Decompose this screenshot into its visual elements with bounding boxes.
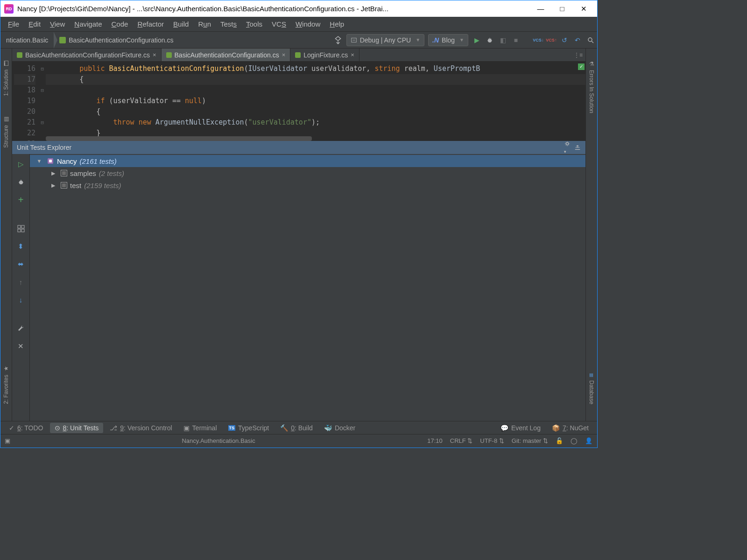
status-line-col[interactable]: 17:10 [427,437,443,444]
lock-icon[interactable]: 🔓 [556,437,563,444]
tab-errors[interactable]: ⚗Errors In Solution [587,58,596,116]
debug-button[interactable] [483,34,496,47]
close-panel-button[interactable]: ✕ [15,341,27,352]
layout-button[interactable] [15,223,27,234]
dock-icon[interactable] [574,144,581,151]
menu-file[interactable]: File [3,18,24,30]
fold-icon[interactable]: ⊟ [41,117,44,128]
run-tests-button[interactable]: ▷ [15,159,27,170]
menu-vcs[interactable]: VCS [267,18,291,30]
stop-button[interactable]: ■ [509,34,522,47]
fold-icon[interactable]: ⊟ [41,63,44,74]
csharp-file-icon [295,52,301,58]
tab-login[interactable]: LoginFixture.cs × [290,49,359,61]
tab-fixture[interactable]: BasicAuthenticationConfigurationFixture.… [12,49,162,61]
menu-tools[interactable]: Tools [241,18,267,30]
menu-refactor[interactable]: Refactor [133,18,169,30]
inspection-ok-icon[interactable]: ✓ [578,63,585,70]
config-icon [351,37,357,43]
expand-icon[interactable]: ▶ [49,182,58,189]
tool-docker[interactable]: 🐳Docker [319,423,360,433]
status-bar: ▣ Nancy.Authentication.Basic 17:10 CRLF … [0,434,597,447]
code-editor[interactable]: 16⊟ 17 18⊟ 19 20 21⊟ 22 23 public BasicA… [12,62,585,141]
expand-all-button[interactable]: ⬍ [15,241,27,252]
test-tree[interactable]: ▼ Nancy (2161 tests) ▶ samples (2 tests)… [30,154,585,421]
menu-help[interactable]: Help [325,18,349,30]
vcs-commit-button[interactable]: VCS↑ [545,34,558,47]
config-selector[interactable]: Debug | Any CPU ▼ [346,34,424,46]
search-everywhere-button[interactable] [584,34,597,47]
coverage-button[interactable]: ◧ [496,34,509,47]
tab-overflow[interactable]: ⋮≡ [571,49,585,61]
menubar: File Edit View Navigate Code Refactor Bu… [0,17,597,32]
csharp-file-icon [17,52,22,58]
database-icon: ≣ [588,373,595,378]
tree-item-test[interactable]: ▶ test (2159 tests) [30,179,585,191]
build-icon: 🔨 [280,424,288,432]
wrench-icon[interactable] [15,323,27,334]
build-solution-button[interactable] [331,34,345,47]
flask-icon: ⚗ [588,61,595,67]
menu-build[interactable]: Build [169,18,193,30]
vcs-update-button[interactable]: VCS↓ [532,34,545,47]
tab-solution[interactable]: 1: Solution🗔 [2,58,10,99]
menu-navigate[interactable]: Navigate [70,18,106,30]
inspector-icon[interactable]: 👤 [585,437,592,444]
tree-item-samples[interactable]: ▶ samples (2 tests) [30,167,585,179]
status-line-sep[interactable]: CRLF ⇅ [450,437,473,444]
maximize-button[interactable]: □ [558,5,566,13]
close-icon[interactable]: × [351,51,354,58]
menu-view[interactable]: View [45,18,70,30]
menu-run[interactable]: Run [193,18,216,30]
menu-window[interactable]: Window [291,18,325,30]
tool-build[interactable]: 🔨0: Build [275,423,317,433]
tool-unit-tests[interactable]: ⊙8: Unit Tests [50,423,104,433]
breadcrumb-file[interactable]: BasicAuthenticationConfiguration.cs [54,32,179,48]
tab-favorites[interactable]: 2: Favorites★ [2,363,10,407]
fold-icon[interactable]: ⊟ [41,85,44,96]
expand-icon[interactable]: ▶ [49,170,58,176]
breadcrumb: ntication.Basic BasicAuthenticationConfi… [0,32,179,48]
status-encoding[interactable]: UTF-8 ⇅ [480,437,504,444]
run-target-selector[interactable]: .N Blog ▼ [428,34,468,46]
close-button[interactable]: ✕ [579,5,588,13]
close-icon[interactable]: × [153,51,156,58]
config-label: Debug | Any CPU [360,36,411,44]
history-button[interactable]: ↺ [558,34,571,47]
structure-icon: ▤ [3,116,9,122]
svg-point-2 [588,38,592,42]
tool-nuget[interactable]: 📦7: NuGet [547,423,593,433]
tab-database[interactable]: ≣Database [587,370,596,407]
tab-structure[interactable]: Structure▤ [2,113,10,151]
memory-icon[interactable]: ◯ [571,437,578,444]
run-button[interactable]: ▶ [470,34,483,47]
breadcrumb-folder-label: ntication.Basic [6,36,48,44]
horizontal-scrollbar[interactable] [46,136,312,141]
menu-code[interactable]: Code [107,18,133,30]
add-button[interactable]: + [15,194,27,205]
next-button[interactable]: ↓ [15,294,27,305]
status-git[interactable]: Git: master ⇅ [512,437,548,444]
tab-label: BasicAuthenticationConfiguration.cs [175,51,279,59]
collapse-icon[interactable]: ▼ [35,158,44,164]
left-tool-stripe: 1: Solution🗔 Structure▤ 2: Favorites★ [0,49,12,421]
collapse-all-button[interactable]: ⬌ [15,259,27,270]
minimize-button[interactable]: — [536,5,545,13]
prev-button[interactable]: ↑ [15,276,27,287]
svg-rect-10 [49,160,52,162]
tree-root[interactable]: ▼ Nancy (2161 tests) [30,155,585,167]
tab-config[interactable]: BasicAuthenticationConfiguration.cs × [162,49,291,61]
revert-button[interactable]: ↶ [571,34,584,47]
tool-eventlog[interactable]: 💬Event Log [496,423,545,433]
breadcrumb-folder[interactable]: ntication.Basic [0,32,54,48]
tool-typescript[interactable]: TSTypeScript [224,423,274,433]
tool-todo[interactable]: ✓6: TODO [4,423,48,433]
tool-terminal[interactable]: ▣Terminal [179,423,222,433]
close-icon[interactable]: × [282,51,286,58]
menu-edit[interactable]: Edit [24,18,45,30]
menu-tests[interactable]: Tests [216,18,241,30]
tool-vcs[interactable]: ⎇9: Version Control [105,423,176,433]
quick-panel-icon[interactable]: ▣ [0,437,14,444]
gear-icon[interactable]: ▾ [564,140,571,154]
debug-tests-button[interactable] [15,176,27,188]
